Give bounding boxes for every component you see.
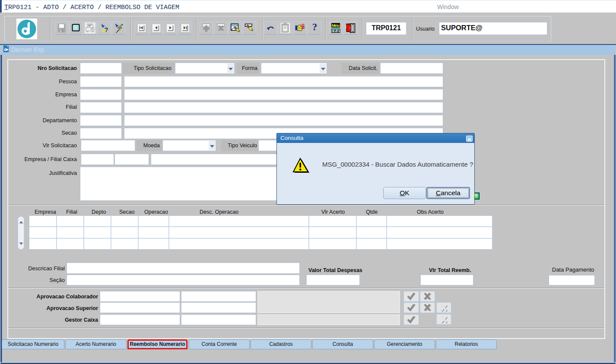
svg-text:Menu: Menu: [332, 23, 340, 28]
svg-text:?: ?: [105, 26, 108, 33]
